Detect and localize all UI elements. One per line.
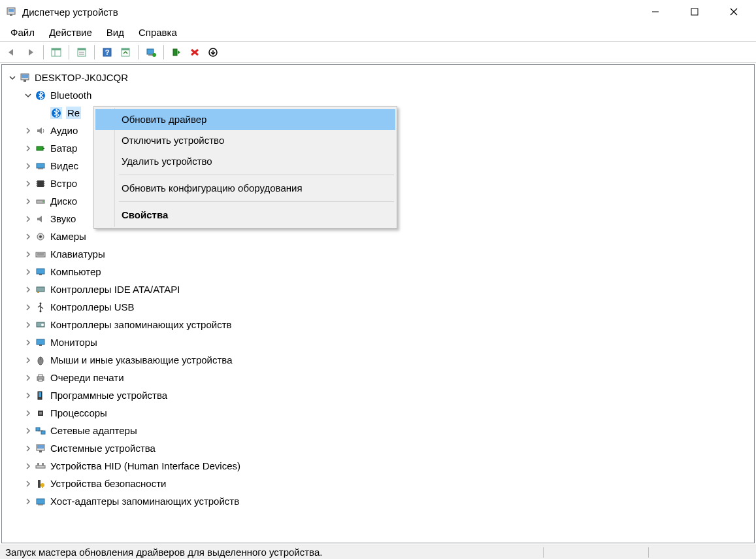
chevron-right-icon[interactable] [23, 496, 33, 507]
chevron-right-icon[interactable] [23, 178, 33, 189]
cpu-icon [35, 407, 46, 419]
titlebar: Диспетчер устройств [0, 0, 756, 24]
tree-category-label: Bluetooth [50, 90, 91, 101]
ctx-item-update-driver[interactable]: Обновить драйвер [95, 109, 395, 130]
security-icon [35, 478, 46, 490]
chevron-right-icon[interactable] [23, 284, 33, 295]
minimize-button[interactable] [636, 0, 675, 24]
chevron-right-icon[interactable] [23, 267, 33, 277]
ctx-item-disable-device[interactable]: Отключить устройство [95, 130, 395, 151]
svg-rect-1 [8, 9, 14, 12]
svg-rect-51 [37, 292, 39, 293]
menu-file[interactable]: Файл [4, 25, 41, 40]
disk-icon [35, 195, 46, 207]
hid-icon [35, 460, 46, 472]
svg-rect-34 [37, 180, 44, 187]
toolbar-back-button[interactable] [4, 44, 21, 61]
svg-rect-27 [24, 80, 26, 82]
toolbar-properties-button[interactable] [73, 44, 90, 61]
toolbar-separator [138, 45, 139, 59]
svg-text:?: ? [105, 48, 110, 56]
chevron-right-icon[interactable] [23, 337, 33, 348]
chevron-right-icon[interactable] [23, 143, 33, 154]
tree-category-system-devices[interactable]: Системные устройства [5, 439, 751, 457]
toolbar-disable-device-button[interactable] [205, 44, 222, 61]
chevron-right-icon[interactable] [23, 408, 33, 418]
tree-category-label: Хост-адаптеры запоминающих устройств [50, 496, 239, 507]
ctx-item-label: Обновить драйвер [122, 114, 206, 125]
statusbar-text: Запуск мастера обновления драйверов для … [3, 547, 543, 558]
chevron-right-icon[interactable] [23, 390, 33, 401]
toolbar-update-driver-button[interactable] [142, 44, 159, 61]
chevron-right-icon[interactable] [23, 320, 33, 330]
ctx-item-properties[interactable]: Свойства [95, 205, 395, 226]
tree-category-cameras[interactable]: Камеры [5, 228, 751, 245]
chevron-right-icon[interactable] [23, 214, 33, 224]
tree-category-bluetooth[interactable]: Bluetooth [5, 86, 751, 104]
tree-category-print-queues[interactable]: Очереди печати [5, 369, 751, 386]
chevron-right-icon[interactable] [23, 461, 33, 471]
speaker-icon [35, 213, 46, 225]
ctx-item-delete-device[interactable]: Удалить устройство [95, 151, 395, 172]
menu-action[interactable]: Действие [42, 25, 99, 40]
tree-category-storage-controllers[interactable]: Контроллеры запоминающих устройств [5, 316, 751, 333]
tree-category-usb-controllers[interactable]: Контроллеры USB [5, 298, 751, 316]
tree-category-ide-controllers[interactable]: Контроллеры IDE ATA/ATAPI [5, 280, 751, 298]
tree-category-software-devices[interactable]: Программные устройства [5, 386, 751, 404]
device-tree[interactable]: DESKTOP-JK0JCQR Bluetooth Re Аудио Батар… [1, 64, 755, 543]
svg-rect-62 [39, 379, 42, 381]
chevron-right-icon[interactable] [23, 249, 33, 260]
tree-category-label: Аудио [50, 125, 78, 136]
tree-category-monitors[interactable]: Мониторы [5, 333, 751, 351]
svg-rect-2 [10, 14, 12, 16]
toolbar-uninstall-button[interactable] [186, 44, 203, 61]
system-device-icon [35, 443, 46, 454]
menu-view[interactable]: Вид [100, 25, 131, 40]
svg-rect-80 [38, 504, 43, 505]
chevron-right-icon[interactable] [23, 443, 33, 454]
tree-category-label: Мыши и иные указывающие устройства [50, 354, 232, 365]
menu-help[interactable]: Справка [132, 25, 184, 40]
monitor-icon [35, 337, 46, 348]
toolbar-help-button[interactable]: ? [99, 44, 116, 61]
chevron-right-icon[interactable] [23, 479, 33, 489]
svg-rect-48 [37, 269, 44, 274]
chevron-right-icon[interactable] [23, 373, 33, 383]
chevron-right-icon[interactable] [23, 161, 33, 171]
chevron-right-icon[interactable] [23, 302, 33, 313]
chevron-right-icon[interactable] [23, 426, 33, 436]
toolbar-enable-device-button[interactable] [168, 44, 185, 61]
host-adapter-icon [35, 496, 46, 507]
tree-category-label: Батар [50, 143, 77, 154]
tree-category-storage-host-adapters[interactable]: Хост-адаптеры запоминающих устройств [5, 492, 751, 510]
tree-category-label: Устройства безопасности [50, 478, 166, 489]
chevron-down-icon[interactable] [7, 73, 18, 83]
tree-category-label: Контроллеры USB [50, 301, 135, 313]
toolbar-scan-button[interactable] [117, 44, 134, 61]
chevron-down-icon[interactable] [23, 90, 33, 101]
svg-rect-74 [37, 463, 39, 466]
toolbar-forward-button[interactable] [22, 44, 39, 61]
tree-category-hid[interactable]: Устройства HID (Human Interface Devices) [5, 457, 751, 475]
tree-category-label: Видес [50, 160, 78, 171]
svg-point-44 [39, 235, 42, 238]
tree-category-mice[interactable]: Мыши и иные указывающие устройства [5, 351, 751, 369]
ctx-item-refresh-config[interactable]: Обновить конфигурацию оборудования [95, 178, 395, 199]
context-menu-separator [119, 175, 394, 175]
ctx-item-label: Удалить устройство [122, 156, 212, 167]
chevron-right-icon[interactable] [23, 126, 33, 136]
chevron-right-icon[interactable] [23, 355, 33, 365]
tree-category-security-devices[interactable]: Устройства безопасности [5, 475, 751, 492]
tree-category-processors[interactable]: Процессоры [5, 404, 751, 422]
tree-root-node[interactable]: DESKTOP-JK0JCQR [5, 69, 751, 86]
chevron-right-icon[interactable] [23, 196, 33, 207]
tree-category-keyboards[interactable]: Клавиатуры [5, 245, 751, 263]
svg-rect-57 [39, 345, 42, 346]
chevron-right-icon[interactable] [23, 231, 33, 242]
tree-category-network-adapters[interactable]: Сетевые адаптеры [5, 422, 751, 439]
tree-category-computer[interactable]: Компьютер [5, 263, 751, 280]
maximize-button[interactable] [675, 0, 714, 24]
close-button[interactable] [714, 0, 753, 24]
toolbar-show-hide-tree-button[interactable] [48, 44, 65, 61]
window-controls [636, 0, 753, 24]
